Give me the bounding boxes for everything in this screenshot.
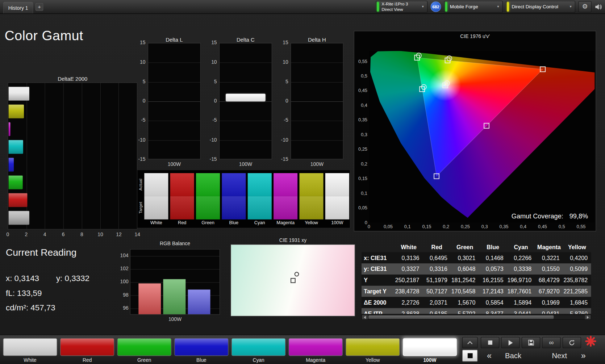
table-cell: 1,5670 xyxy=(451,299,479,306)
table-cell: 0,3021 xyxy=(451,255,479,261)
gridline xyxy=(291,43,343,43)
pattern-button-red[interactable] xyxy=(60,338,114,356)
back-button[interactable]: Back xyxy=(498,351,529,361)
table-cell: 221,2585 xyxy=(563,288,591,294)
play-button[interactable] xyxy=(501,337,520,348)
chevron-down-icon: ▼ xyxy=(419,5,427,9)
scrollbar-thumb[interactable] xyxy=(368,315,554,319)
table-cell: 187,7601 xyxy=(507,288,535,294)
table-cell: 196,9710 xyxy=(507,277,535,283)
table-header-cell: Magenta xyxy=(535,244,563,250)
swatch-column-label: Yellow xyxy=(299,220,323,225)
target-swatch-cyan xyxy=(248,196,272,219)
scroll-left-button[interactable] xyxy=(362,315,368,319)
x-tick-label: 0,55 xyxy=(577,224,586,230)
delta_l-title: Delta L xyxy=(148,37,201,43)
y-tick-label: 10 xyxy=(275,59,288,65)
save-button[interactable] xyxy=(522,337,540,348)
actual-swatch-100w xyxy=(325,173,349,196)
table-header-cell: Green xyxy=(451,244,479,250)
display-control-dropdown[interactable]: Direct Display Control ▼ xyxy=(506,1,575,13)
swatch-column-label: Green xyxy=(196,220,220,225)
pattern-window-button[interactable] xyxy=(462,350,478,362)
rgb-bar-green xyxy=(163,279,186,314)
gridline xyxy=(100,83,100,229)
delta_l-chart xyxy=(148,43,201,159)
table-cell: 0,1969 xyxy=(535,299,563,306)
top-bar-controls: X-Rite i1Pro 3 Direct View ▼ 682 Mobile … xyxy=(376,1,605,13)
refresh-icon xyxy=(569,339,575,346)
outside-gamut-shade xyxy=(369,51,594,223)
y-tick-label: -5 xyxy=(204,117,217,123)
pattern-button-green[interactable] xyxy=(117,338,171,356)
x-tick-label: 0 xyxy=(368,224,370,230)
table-row: x: CIE310,31360,64950,30210,14680,22660,… xyxy=(362,252,591,263)
table-row-label: x: CIE31 xyxy=(362,255,395,261)
y-tick-label: 10 xyxy=(204,59,217,65)
x-tick-label: 0,5 xyxy=(559,224,565,230)
deltae2000-chart xyxy=(8,83,137,230)
settings-gear-button[interactable]: ⚙ xyxy=(579,1,592,12)
left-arrow-icon xyxy=(364,315,366,319)
next-chevron-button[interactable]: » xyxy=(578,351,589,361)
calibration-alert-icon[interactable] xyxy=(585,335,597,348)
delta_c-title: Delta C xyxy=(219,37,272,43)
x-tick-label: 0,25 xyxy=(461,224,470,230)
expand-up-button[interactable] xyxy=(462,337,478,348)
continuous-measure-button[interactable]: ∞ xyxy=(542,337,560,348)
table-cell: 0,5099 xyxy=(563,266,591,272)
actual-swatch-magenta xyxy=(274,173,297,196)
y-tick-label: 0,15 xyxy=(355,176,367,181)
next-button[interactable]: Next xyxy=(544,351,575,361)
current-reading-title: Current Reading xyxy=(6,247,76,258)
table-cell: 16,2155 xyxy=(479,277,507,283)
gridline xyxy=(148,82,200,82)
tab-history-1[interactable]: History 1 xyxy=(3,2,33,13)
actual-target-swatch-strip: ActualTargetWhiteRedGreenBlueCyanMagenta… xyxy=(137,170,350,228)
stop-button[interactable] xyxy=(481,337,499,348)
gridline xyxy=(220,140,272,141)
back-chevron-button[interactable]: « xyxy=(484,351,495,361)
pattern-button-cyan[interactable] xyxy=(231,338,285,356)
table-cell: 3,0441 xyxy=(507,310,535,314)
table-cell: 0,2266 xyxy=(507,255,535,261)
target-marker-white xyxy=(445,81,450,86)
table-header-cell: White xyxy=(395,244,423,250)
y-tick-label: -5 xyxy=(132,117,145,123)
y-tick-label: 15 xyxy=(275,40,288,46)
add-tab-button[interactable]: + xyxy=(36,3,43,11)
x-tick-label: 2 xyxy=(25,231,28,237)
pattern-button-magenta[interactable] xyxy=(289,338,343,356)
x-tick-label: 0 xyxy=(6,231,9,237)
x-tick-label: 0,2 xyxy=(443,224,449,230)
pattern-button-blue[interactable] xyxy=(174,338,228,356)
y-tick-label: -10 xyxy=(275,137,288,143)
gridline xyxy=(45,83,45,229)
meter-status-indicator xyxy=(377,2,379,12)
current-reading-cdm2: cd/m²: 457,73 xyxy=(6,303,55,313)
source-dropdown[interactable]: Mobile Forge ▼ xyxy=(444,1,503,13)
pattern-button-white[interactable] xyxy=(3,338,57,356)
meter-dropdown[interactable]: X-Rite i1Pro 3 Direct View ▼ xyxy=(376,1,427,13)
y-tick-label: 100 xyxy=(115,279,128,285)
swatch-column-label: Blue xyxy=(222,220,246,225)
table-cell: 235,8782 xyxy=(563,277,591,283)
table-cell: 1,5894 xyxy=(507,299,535,306)
x-tick-label: 0,35 xyxy=(500,224,509,230)
x-tick-label: 6 xyxy=(62,231,65,237)
scroll-right-button[interactable] xyxy=(585,315,591,319)
gridline xyxy=(118,83,119,229)
y-tick-label: 0,25 xyxy=(355,147,367,152)
refresh-button[interactable] xyxy=(563,337,581,348)
table-horizontal-scrollbar[interactable] xyxy=(362,315,591,320)
x-tick-label: 8 xyxy=(80,231,83,237)
table-cell: 0,5854 xyxy=(479,299,507,306)
cie1931-plot xyxy=(231,244,355,316)
table-cell: 17,2143 xyxy=(479,288,507,294)
pattern-button-100w[interactable] xyxy=(403,338,457,356)
cie1976-panel: CIE 1976 u'v' Gamut Coverage:99,8% 000,0… xyxy=(354,31,596,231)
stop-icon xyxy=(488,340,492,345)
x-tick-label: 12 xyxy=(116,231,121,237)
pattern-button-yellow[interactable] xyxy=(346,338,400,356)
y-tick-label: 0,35 xyxy=(355,117,367,123)
